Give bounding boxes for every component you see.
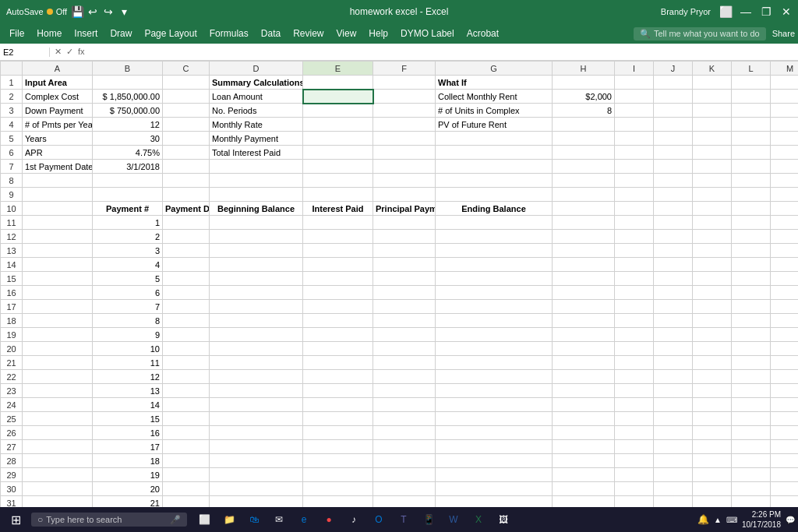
cell-H6[interactable] xyxy=(553,146,615,160)
cell-E4[interactable] xyxy=(303,118,373,132)
row-header-5[interactable]: 5 xyxy=(1,132,23,146)
row-header-10[interactable]: 10 xyxy=(1,202,23,216)
cell-G4[interactable]: PV of Future Rent xyxy=(436,118,553,132)
customize-button[interactable]: ▾ xyxy=(118,6,129,17)
cell-H5[interactable] xyxy=(553,132,615,146)
cell-D6[interactable]: Total Interest Paid xyxy=(210,146,303,160)
cell-C10[interactable]: Payment Date xyxy=(163,202,210,216)
cell-J2[interactable] xyxy=(654,90,693,104)
col-header-C[interactable]: C xyxy=(163,62,210,76)
mail-icon[interactable]: ✉ xyxy=(268,509,290,530)
cell-M2[interactable] xyxy=(771,90,799,104)
excel-icon[interactable]: X xyxy=(468,509,489,530)
col-header-G[interactable]: G xyxy=(436,62,553,76)
insert-function-icon[interactable]: fx xyxy=(78,47,85,57)
chrome-icon[interactable]: ● xyxy=(318,509,340,530)
cell-D7[interactable] xyxy=(210,160,303,174)
notification-center-icon[interactable]: 💬 xyxy=(786,516,795,524)
cell-I6[interactable] xyxy=(615,146,654,160)
row-header-9[interactable]: 9 xyxy=(1,188,23,202)
cell-H2[interactable]: $2,000 xyxy=(553,90,615,104)
cell-J1[interactable] xyxy=(654,76,693,90)
cell-K1[interactable] xyxy=(693,76,732,90)
row-header-2[interactable]: 2 xyxy=(1,90,23,104)
cancel-formula-icon[interactable]: ✕ xyxy=(55,47,62,57)
cell-D5[interactable]: Monthly Payment xyxy=(210,132,303,146)
cell-I2[interactable] xyxy=(615,90,654,104)
cell-A3[interactable]: Down Payment xyxy=(23,104,93,118)
cell-I4[interactable] xyxy=(615,118,654,132)
menu-insert[interactable]: Insert xyxy=(68,26,104,41)
cell-H3[interactable]: 8 xyxy=(553,104,615,118)
cell-C4[interactable] xyxy=(163,118,210,132)
row-header-6[interactable]: 6 xyxy=(1,146,23,160)
col-header-J[interactable]: J xyxy=(654,62,693,76)
menu-help[interactable]: Help xyxy=(362,26,394,41)
col-header-I[interactable]: I xyxy=(615,62,654,76)
cell-K7[interactable] xyxy=(693,160,732,174)
cell-F10[interactable]: Principal Payment xyxy=(373,202,436,216)
cell-I5[interactable] xyxy=(615,132,654,146)
cell-G7[interactable] xyxy=(436,160,553,174)
cell-C1[interactable] xyxy=(163,76,210,90)
cell-F6[interactable] xyxy=(373,146,436,160)
cell-E1[interactable] xyxy=(303,76,373,90)
cell-L4[interactable] xyxy=(732,118,771,132)
col-header-K[interactable]: K xyxy=(693,62,732,76)
photos-icon[interactable]: 🖼 xyxy=(493,509,514,530)
cell-A4[interactable]: # of Pmts per Year xyxy=(23,118,93,132)
cell-E2[interactable] xyxy=(303,90,373,104)
col-header-H[interactable]: H xyxy=(553,62,615,76)
cell-F2[interactable] xyxy=(373,90,436,104)
undo-button[interactable]: ↩ xyxy=(87,6,98,17)
cell-G10[interactable]: Ending Balance xyxy=(436,202,553,216)
edge-icon[interactable]: e xyxy=(293,509,315,530)
notification-icon[interactable]: 🔔 xyxy=(697,514,709,525)
word-icon[interactable]: W xyxy=(443,509,464,530)
cell-L2[interactable] xyxy=(732,90,771,104)
cell-L3[interactable] xyxy=(732,104,771,118)
save-icon[interactable]: 💾 xyxy=(72,6,83,17)
cell-L7[interactable] xyxy=(732,160,771,174)
cell-B10[interactable]: Payment # xyxy=(93,202,163,216)
ribbon-search[interactable]: 🔍 Tell me what you want to do xyxy=(634,27,766,41)
cell-D10[interactable]: Beginning Balance xyxy=(210,202,303,216)
cell-reference-box[interactable]: E2 xyxy=(3,48,50,57)
cell-M1[interactable] xyxy=(771,76,799,90)
cell-J5[interactable] xyxy=(654,132,693,146)
cell-J7[interactable] xyxy=(654,160,693,174)
start-button[interactable]: ⊞ xyxy=(3,507,28,532)
up-arrow-icon[interactable]: ▲ xyxy=(714,516,722,524)
minimize-button[interactable]: — xyxy=(740,6,751,17)
cell-E7[interactable] xyxy=(303,160,373,174)
store-icon[interactable]: 🛍 xyxy=(243,509,265,530)
redo-button[interactable]: ↪ xyxy=(103,6,114,17)
menu-file[interactable]: File xyxy=(3,26,30,41)
cell-A1[interactable]: Input Area xyxy=(23,76,93,90)
cell-J4[interactable] xyxy=(654,118,693,132)
cell-F3[interactable] xyxy=(373,104,436,118)
cell-G3[interactable]: # of Units in Complex xyxy=(436,104,553,118)
cell-K6[interactable] xyxy=(693,146,732,160)
menu-view[interactable]: View xyxy=(330,26,363,41)
row-header-4[interactable]: 4 xyxy=(1,118,23,132)
col-header-B[interactable]: B xyxy=(93,62,163,76)
cell-I3[interactable] xyxy=(615,104,654,118)
cell-D2[interactable]: Loan Amount xyxy=(210,90,303,104)
menu-draw[interactable]: Draw xyxy=(104,26,138,41)
cell-C7[interactable] xyxy=(163,160,210,174)
col-header-L[interactable]: L xyxy=(732,62,771,76)
row-header-8[interactable]: 8 xyxy=(1,174,23,188)
cell-B4[interactable]: 12 xyxy=(93,118,163,132)
cell-J3[interactable] xyxy=(654,104,693,118)
cell-K3[interactable] xyxy=(693,104,732,118)
cell-E3[interactable] xyxy=(303,104,373,118)
cell-L6[interactable] xyxy=(732,146,771,160)
cell-A8[interactable] xyxy=(23,174,93,188)
menu-formulas[interactable]: Formulas xyxy=(203,26,255,41)
cell-M5[interactable] xyxy=(771,132,799,146)
close-button[interactable]: ✕ xyxy=(781,6,792,17)
row-header-3[interactable]: 3 xyxy=(1,104,23,118)
cell-H1[interactable] xyxy=(553,76,615,90)
restore-button[interactable]: ❐ xyxy=(761,6,772,17)
